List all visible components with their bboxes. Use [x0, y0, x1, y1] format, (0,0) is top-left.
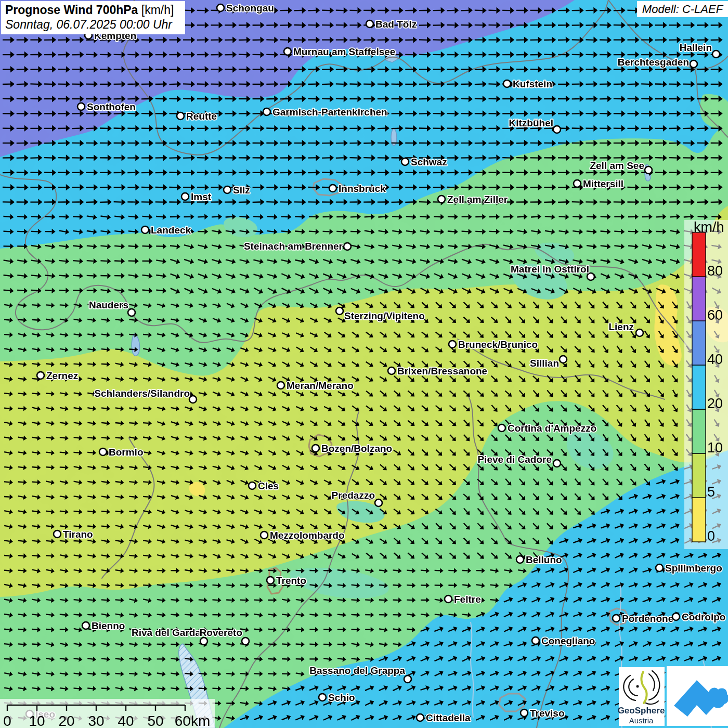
city-label: Rovereto: [200, 627, 242, 638]
title-box: Prognose Wind 700hPa [km/h] Sonntag, 06.…: [1, 1, 185, 34]
city-marker: [656, 564, 663, 571]
city: Mezzolombardo: [261, 530, 345, 541]
city-label: Kitzbühel: [509, 118, 554, 128]
scale-label: 60km: [175, 713, 210, 728]
city-label: Imst: [191, 191, 212, 202]
city-label: Zell am See: [590, 160, 644, 171]
legend-colorbar: [692, 232, 706, 542]
legend-tick-label: 80: [707, 263, 723, 279]
city-marker: [141, 226, 149, 233]
city-label: Hallein: [680, 42, 712, 53]
legend-band: [692, 498, 706, 542]
city-marker: [521, 709, 528, 717]
city: Brixen/Bressanone: [388, 366, 487, 376]
city-label: Bormio: [109, 447, 144, 458]
city-marker: [438, 196, 445, 203]
city-marker: [277, 382, 284, 389]
wind-map-canvas: SchongauBad TölzKemptenMurnau am Staffel…: [0, 0, 728, 728]
city-marker: [401, 158, 409, 165]
city: Cortina d'Ampezzo: [498, 423, 596, 434]
legend-band: [692, 365, 706, 409]
city-label: Sillian: [530, 358, 559, 369]
city-label: Garmisch-Partenkirchen: [272, 107, 387, 118]
city: Imst: [181, 191, 212, 202]
city-marker: [366, 20, 373, 28]
legend-tick-label: 0: [707, 528, 715, 544]
city-label: Riva del Garda: [132, 627, 201, 638]
city-marker: [181, 193, 189, 200]
city-label: Cles: [258, 480, 279, 491]
legend-tick-label: 40: [707, 352, 723, 367]
scale-label: 40: [118, 713, 134, 728]
city: Zell am Ziller: [438, 194, 508, 205]
branding-logos: GeoSphere Austria: [618, 666, 728, 726]
city-marker: [82, 622, 89, 629]
city-label: Bienno: [92, 620, 125, 631]
city-marker: [672, 613, 680, 620]
city: Spilimbergo: [656, 563, 722, 574]
city-marker: [532, 637, 539, 644]
map-title: Prognose Wind 700hPa: [5, 3, 138, 17]
city-marker: [200, 638, 207, 645]
city-label: Schongau: [226, 3, 274, 14]
city-label: Cortina d'Ampezzo: [508, 423, 596, 434]
city-label: Pordenone: [622, 613, 673, 624]
city-label: Bad Tölz: [375, 19, 417, 30]
scale-label: 0: [3, 713, 11, 728]
city-label: Pieve di Cadore: [477, 454, 552, 465]
city-label: Feltre: [454, 594, 481, 605]
city-marker: [613, 615, 620, 622]
city-label: Reutte: [186, 111, 217, 122]
city-label: Tirano: [63, 529, 93, 540]
city-label: Matrei in Osttirol: [511, 264, 589, 275]
legend-tick-label: 5: [707, 484, 715, 500]
city-marker: [37, 372, 44, 379]
legend-band: [692, 409, 706, 453]
city-label: Codroipo: [682, 612, 725, 622]
city-label: Bassano del Grappa: [309, 665, 405, 676]
city: Cles: [249, 480, 279, 491]
city-label: Cittadella: [426, 712, 471, 723]
city-label: Steinach am Brenner: [244, 241, 343, 252]
city-label: Nauders: [89, 300, 128, 310]
model-label-box: Modell: C-LAEF: [637, 1, 728, 17]
city-marker: [242, 638, 249, 645]
city-label: Mittersill: [583, 178, 623, 189]
scale-label: 50: [147, 713, 163, 728]
city-label: Schio: [328, 692, 355, 703]
city-marker: [712, 50, 720, 58]
legend-tick-label: 60: [707, 307, 723, 323]
city-marker: [189, 396, 197, 403]
city: Garmisch-Partenkirchen: [263, 107, 387, 118]
city-marker: [553, 126, 561, 133]
legend-tick-label: 10: [707, 440, 723, 456]
city-label: Zell am Ziller: [447, 194, 508, 205]
geosphere-logo-country: Austria: [629, 716, 654, 725]
city-marker: [224, 186, 231, 193]
legend: km/h 051020406080: [684, 219, 728, 549]
city-label: Predazzo: [332, 490, 375, 501]
city-label: Landeck: [151, 225, 191, 236]
city-marker: [177, 112, 184, 120]
city-marker: [99, 448, 107, 456]
city-marker: [344, 243, 351, 250]
city-marker: [553, 460, 561, 467]
city-label: Silz: [233, 185, 250, 196]
city-label: Brixen/Bressanone: [397, 366, 487, 376]
city-label: Sterzing/Vipiteno: [344, 310, 425, 321]
city-label: Belluno: [526, 554, 562, 565]
city-marker: [636, 329, 643, 336]
city-marker: [498, 424, 505, 432]
legend-band: [692, 321, 706, 365]
city-marker: [449, 341, 456, 348]
city-label: Zernez: [46, 370, 78, 381]
city-marker: [284, 48, 291, 55]
scale-bar: 0102030405060km: [0, 699, 215, 728]
city-marker: [319, 694, 326, 701]
city: Meran/Merano: [277, 380, 354, 391]
city-marker: [516, 556, 524, 563]
map-title-unit: [km/h]: [141, 3, 174, 17]
city: Conegliano: [532, 635, 595, 646]
city-label: Schwaz: [411, 157, 447, 167]
city-marker: [312, 445, 319, 452]
